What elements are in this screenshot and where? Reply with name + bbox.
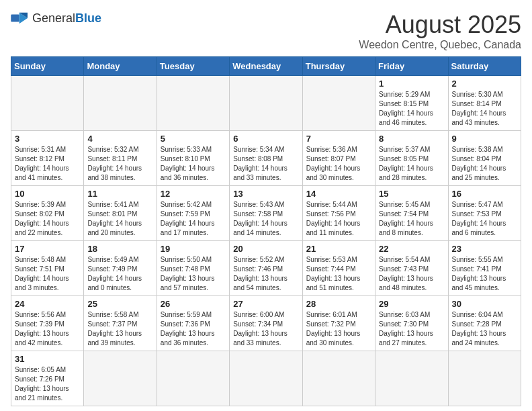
day-number: 13 bbox=[233, 189, 298, 199]
day-cell: 2Sunrise: 5:30 AM Sunset: 8:14 PM Daylig… bbox=[448, 76, 521, 131]
day-cell: 4Sunrise: 5:32 AM Sunset: 8:11 PM Daylig… bbox=[84, 131, 157, 186]
location-title: Weedon Centre, Quebec, Canada bbox=[359, 39, 521, 51]
day-cell: 12Sunrise: 5:42 AM Sunset: 7:59 PM Dayli… bbox=[157, 186, 229, 241]
day-cell: 9Sunrise: 5:38 AM Sunset: 8:04 PM Daylig… bbox=[448, 131, 521, 186]
day-cell: 8Sunrise: 5:37 AM Sunset: 8:05 PM Daylig… bbox=[375, 131, 448, 186]
week-row-5: 24Sunrise: 5:56 AM Sunset: 7:39 PM Dayli… bbox=[11, 296, 521, 351]
day-cell: 27Sunrise: 6:00 AM Sunset: 7:34 PM Dayli… bbox=[230, 296, 302, 351]
day-number: 16 bbox=[452, 189, 517, 199]
day-number: 30 bbox=[452, 299, 517, 309]
day-number: 25 bbox=[87, 299, 152, 309]
day-cell bbox=[84, 351, 157, 406]
calendar-table: SundayMondayTuesdayWednesdayThursdayFrid… bbox=[11, 56, 521, 406]
day-cell bbox=[448, 351, 521, 406]
day-cell bbox=[302, 351, 375, 406]
day-number: 10 bbox=[15, 189, 80, 199]
day-cell: 23Sunrise: 5:55 AM Sunset: 7:41 PM Dayli… bbox=[448, 241, 521, 296]
weekday-header-saturday: Saturday bbox=[448, 57, 521, 76]
day-cell: 13Sunrise: 5:43 AM Sunset: 7:58 PM Dayli… bbox=[230, 186, 302, 241]
day-info: Sunrise: 5:38 AM Sunset: 8:04 PM Dayligh… bbox=[452, 145, 517, 183]
day-number: 3 bbox=[15, 134, 80, 144]
day-cell: 17Sunrise: 5:48 AM Sunset: 7:51 PM Dayli… bbox=[11, 241, 84, 296]
day-info: Sunrise: 6:04 AM Sunset: 7:28 PM Dayligh… bbox=[452, 310, 517, 348]
day-info: Sunrise: 6:03 AM Sunset: 7:30 PM Dayligh… bbox=[379, 310, 444, 348]
day-cell: 16Sunrise: 5:47 AM Sunset: 7:53 PM Dayli… bbox=[448, 186, 521, 241]
day-cell: 22Sunrise: 5:54 AM Sunset: 7:43 PM Dayli… bbox=[375, 241, 448, 296]
day-cell: 30Sunrise: 6:04 AM Sunset: 7:28 PM Dayli… bbox=[448, 296, 521, 351]
day-cell: 20Sunrise: 5:52 AM Sunset: 7:46 PM Dayli… bbox=[230, 241, 302, 296]
day-number: 14 bbox=[306, 189, 371, 199]
day-info: Sunrise: 5:47 AM Sunset: 7:53 PM Dayligh… bbox=[452, 200, 517, 238]
weekday-header-thursday: Thursday bbox=[302, 57, 375, 76]
day-info: Sunrise: 5:29 AM Sunset: 8:15 PM Dayligh… bbox=[379, 90, 444, 128]
logo-text: GeneralBlue bbox=[32, 11, 101, 26]
day-info: Sunrise: 5:49 AM Sunset: 7:49 PM Dayligh… bbox=[87, 255, 152, 293]
day-info: Sunrise: 5:43 AM Sunset: 7:58 PM Dayligh… bbox=[233, 200, 298, 238]
weekday-header-monday: Monday bbox=[84, 57, 157, 76]
day-info: Sunrise: 5:41 AM Sunset: 8:01 PM Dayligh… bbox=[87, 200, 152, 238]
day-number: 19 bbox=[161, 244, 226, 254]
day-cell: 19Sunrise: 5:50 AM Sunset: 7:48 PM Dayli… bbox=[157, 241, 229, 296]
day-number: 2 bbox=[452, 79, 517, 89]
day-number: 29 bbox=[379, 299, 444, 309]
day-cell: 5Sunrise: 5:33 AM Sunset: 8:10 PM Daylig… bbox=[157, 131, 229, 186]
weekday-header-friday: Friday bbox=[375, 57, 448, 76]
day-cell: 24Sunrise: 5:56 AM Sunset: 7:39 PM Dayli… bbox=[11, 296, 84, 351]
day-cell: 7Sunrise: 5:36 AM Sunset: 8:07 PM Daylig… bbox=[302, 131, 375, 186]
logo: GeneralBlue bbox=[11, 11, 101, 26]
day-info: Sunrise: 5:42 AM Sunset: 7:59 PM Dayligh… bbox=[161, 200, 226, 238]
day-cell bbox=[230, 76, 302, 131]
day-info: Sunrise: 5:32 AM Sunset: 8:11 PM Dayligh… bbox=[87, 145, 152, 183]
weekday-header-row: SundayMondayTuesdayWednesdayThursdayFrid… bbox=[11, 57, 521, 76]
day-number: 24 bbox=[15, 299, 80, 309]
day-info: Sunrise: 5:59 AM Sunset: 7:36 PM Dayligh… bbox=[161, 310, 226, 348]
day-cell: 31Sunrise: 6:05 AM Sunset: 7:26 PM Dayli… bbox=[11, 351, 84, 406]
day-number: 9 bbox=[452, 134, 517, 144]
day-info: Sunrise: 5:56 AM Sunset: 7:39 PM Dayligh… bbox=[15, 310, 80, 348]
day-number: 7 bbox=[306, 134, 371, 144]
day-number: 31 bbox=[15, 354, 80, 364]
day-info: Sunrise: 5:30 AM Sunset: 8:14 PM Dayligh… bbox=[452, 90, 517, 128]
day-number: 5 bbox=[161, 134, 226, 144]
day-number: 23 bbox=[452, 244, 517, 254]
day-cell bbox=[11, 76, 84, 131]
day-cell: 26Sunrise: 5:59 AM Sunset: 7:36 PM Dayli… bbox=[157, 296, 229, 351]
day-number: 11 bbox=[87, 189, 152, 199]
day-cell: 21Sunrise: 5:53 AM Sunset: 7:44 PM Dayli… bbox=[302, 241, 375, 296]
day-info: Sunrise: 5:37 AM Sunset: 8:05 PM Dayligh… bbox=[379, 145, 444, 183]
title-area: August 2025 Weedon Centre, Quebec, Canad… bbox=[359, 11, 521, 51]
day-info: Sunrise: 6:05 AM Sunset: 7:26 PM Dayligh… bbox=[15, 365, 80, 403]
weekday-header-sunday: Sunday bbox=[11, 57, 84, 76]
day-cell: 28Sunrise: 6:01 AM Sunset: 7:32 PM Dayli… bbox=[302, 296, 375, 351]
day-cell: 29Sunrise: 6:03 AM Sunset: 7:30 PM Dayli… bbox=[375, 296, 448, 351]
day-number: 1 bbox=[379, 79, 444, 89]
day-number: 18 bbox=[87, 244, 152, 254]
day-number: 4 bbox=[87, 134, 152, 144]
day-info: Sunrise: 6:00 AM Sunset: 7:34 PM Dayligh… bbox=[233, 310, 298, 348]
day-info: Sunrise: 5:31 AM Sunset: 8:12 PM Dayligh… bbox=[15, 145, 80, 183]
day-info: Sunrise: 5:33 AM Sunset: 8:10 PM Dayligh… bbox=[161, 145, 226, 183]
day-info: Sunrise: 5:45 AM Sunset: 7:54 PM Dayligh… bbox=[379, 200, 444, 238]
day-number: 20 bbox=[233, 244, 298, 254]
day-info: Sunrise: 5:44 AM Sunset: 7:56 PM Dayligh… bbox=[306, 200, 371, 238]
day-cell: 14Sunrise: 5:44 AM Sunset: 7:56 PM Dayli… bbox=[302, 186, 375, 241]
day-cell: 25Sunrise: 5:58 AM Sunset: 7:37 PM Dayli… bbox=[84, 296, 157, 351]
day-cell bbox=[157, 351, 229, 406]
day-cell bbox=[84, 76, 157, 131]
day-number: 22 bbox=[379, 244, 444, 254]
day-info: Sunrise: 5:36 AM Sunset: 8:07 PM Dayligh… bbox=[306, 145, 371, 183]
day-cell: 3Sunrise: 5:31 AM Sunset: 8:12 PM Daylig… bbox=[11, 131, 84, 186]
day-cell bbox=[157, 76, 229, 131]
day-cell: 1Sunrise: 5:29 AM Sunset: 8:15 PM Daylig… bbox=[375, 76, 448, 131]
day-info: Sunrise: 6:01 AM Sunset: 7:32 PM Dayligh… bbox=[306, 310, 371, 348]
svg-rect-0 bbox=[11, 15, 19, 22]
weekday-header-tuesday: Tuesday bbox=[157, 57, 229, 76]
day-cell: 15Sunrise: 5:45 AM Sunset: 7:54 PM Dayli… bbox=[375, 186, 448, 241]
day-cell: 18Sunrise: 5:49 AM Sunset: 7:49 PM Dayli… bbox=[84, 241, 157, 296]
day-cell bbox=[375, 351, 448, 406]
day-cell bbox=[302, 76, 375, 131]
logo-icon bbox=[11, 11, 30, 26]
week-row-2: 3Sunrise: 5:31 AM Sunset: 8:12 PM Daylig… bbox=[11, 131, 521, 186]
day-number: 12 bbox=[161, 189, 226, 199]
day-number: 8 bbox=[379, 134, 444, 144]
